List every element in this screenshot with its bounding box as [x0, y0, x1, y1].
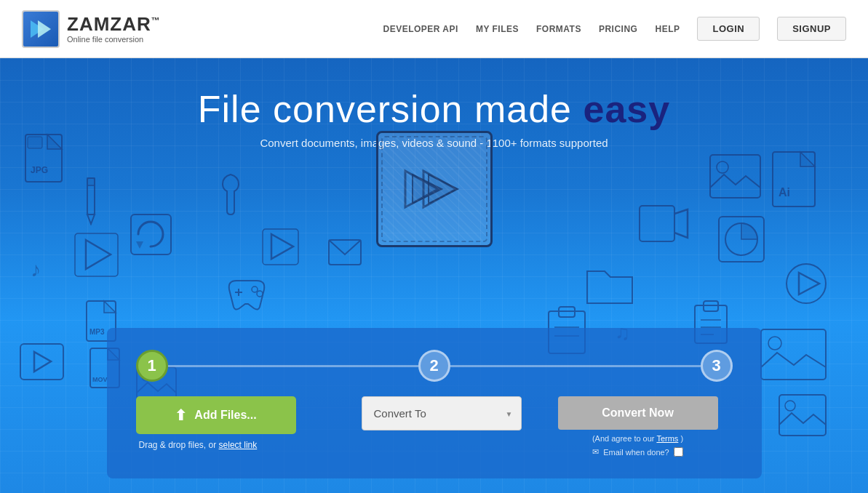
svg-marker-23	[271, 234, 293, 259]
svg-rect-24	[710, 155, 760, 198]
svg-marker-1	[38, 20, 51, 38]
nav-help[interactable]: HELP	[655, 24, 680, 34]
pie-chart-icon	[717, 215, 766, 267]
music-note-icon: ♪	[31, 254, 56, 286]
svg-marker-32	[799, 273, 819, 294]
logo-icon	[22, 10, 60, 48]
terms-link[interactable]: Terms	[656, 434, 678, 443]
step2-area: Convert To MP3 MP4 JPG PNG PDF DOCX	[340, 396, 544, 430]
step-1-circle: 1	[136, 350, 168, 382]
svg-marker-10	[87, 215, 95, 224]
svg-marker-5	[429, 175, 458, 204]
nav-pricing[interactable]: PRICING	[599, 24, 638, 34]
play-icon-left	[18, 342, 65, 385]
svg-point-52	[785, 401, 795, 411]
svg-marker-4	[413, 175, 442, 204]
svg-rect-12	[131, 215, 171, 254]
email-label: Email when done?	[603, 448, 669, 457]
header: ZAMZAR™ Online file conversion DEVELOPER…	[0, 0, 868, 58]
upload-arrow-icon: ⬆	[175, 406, 187, 424]
select-link[interactable]: select link	[219, 440, 258, 450]
hero-section: File conversion made easy Convert docume…	[0, 58, 868, 493]
step1-area: ⬆ Add Files... Drag & drop files, or sel…	[136, 396, 340, 450]
play-triangle-icon	[260, 227, 300, 270]
svg-text:♪: ♪	[31, 258, 41, 281]
svg-rect-28	[640, 206, 674, 241]
svg-rect-8	[28, 137, 42, 148]
step-line-1-2	[168, 365, 418, 367]
svg-point-44	[257, 291, 263, 297]
svg-marker-2	[405, 171, 438, 207]
svg-rect-51	[779, 395, 826, 436]
drag-drop-text: Drag & drop files, or select link	[139, 440, 258, 450]
svg-point-25	[717, 161, 728, 173]
center-logo-box	[376, 131, 493, 247]
svg-text:MP3: MP3	[89, 328, 105, 336]
svg-rect-38	[761, 329, 826, 380]
ai-icon: Ai	[770, 149, 824, 214]
pencil-icon	[80, 175, 102, 228]
center-logo	[376, 131, 493, 247]
image-bottom-right-icon	[777, 393, 828, 441]
email-row: ✉ Email when done?	[592, 447, 683, 457]
login-button[interactable]: LOGIN	[697, 17, 760, 41]
image-icon-right	[708, 153, 763, 203]
triangle-icon	[73, 231, 120, 281]
svg-point-39	[768, 337, 781, 350]
play-circle-icon	[784, 262, 828, 308]
convert-form: 1 2 3 ⬆ Add Files... Drag & drop files, …	[107, 328, 762, 478]
email-checkbox-icon: ✉	[592, 447, 599, 457]
convert-to-select[interactable]: Convert To MP3 MP4 JPG PNG PDF DOCX	[362, 396, 522, 430]
terms-text: (And agree to our Terms )	[592, 434, 683, 443]
svg-marker-3	[423, 171, 456, 207]
game-controller-icon	[222, 275, 271, 316]
hero-headline: File conversion made easy	[0, 87, 868, 131]
svg-marker-20	[86, 240, 111, 269]
step-2-circle: 2	[418, 350, 450, 382]
signup-button[interactable]: SIGNUP	[777, 17, 846, 41]
video-icon-right	[637, 204, 690, 246]
svg-rect-11	[87, 178, 95, 185]
wrench-icon	[218, 171, 244, 221]
nav-developer-api[interactable]: DEVELOPER API	[383, 24, 458, 34]
jpg-icon: JPG	[22, 131, 69, 188]
envelope-icon	[327, 239, 362, 269]
circular-arrow-icon	[127, 211, 175, 261]
svg-text:MOV: MOV	[92, 376, 108, 383]
svg-point-43	[252, 286, 258, 292]
logo-area: ZAMZAR™ Online file conversion	[22, 10, 161, 48]
svg-rect-14	[20, 344, 63, 380]
svg-text:Ai: Ai	[779, 186, 790, 199]
step3-area: Convert Now (And agree to our Terms ) ✉ …	[544, 396, 733, 457]
form-controls: ⬆ Add Files... Drag & drop files, or sel…	[136, 396, 733, 457]
svg-marker-13	[136, 241, 143, 249]
step-line-2-3	[450, 365, 701, 367]
steps-indicator: 1 2 3	[136, 350, 733, 382]
nav-formats[interactable]: FORMATS	[536, 24, 581, 34]
email-checkbox[interactable]	[674, 447, 683, 457]
photo-landscape-icon	[759, 327, 828, 385]
logo-name: ZAMZAR™	[67, 15, 161, 33]
svg-text:JPG: JPG	[31, 165, 48, 175]
convert-to-wrapper: Convert To MP3 MP4 JPG PNG PDF DOCX	[362, 396, 522, 430]
logo-text-area: ZAMZAR™ Online file conversion	[67, 15, 161, 44]
svg-marker-15	[34, 352, 51, 372]
step-3-circle: 3	[701, 350, 733, 382]
logo-tagline: Online file conversion	[67, 35, 161, 44]
convert-now-button[interactable]: Convert Now	[558, 396, 718, 430]
add-files-button[interactable]: ⬆ Add Files...	[136, 396, 296, 434]
folder-icon-right	[584, 265, 635, 309]
nav-my-files[interactable]: MY FILES	[476, 24, 519, 34]
navigation: DEVELOPER API MY FILES FORMATS PRICING H…	[383, 17, 846, 41]
